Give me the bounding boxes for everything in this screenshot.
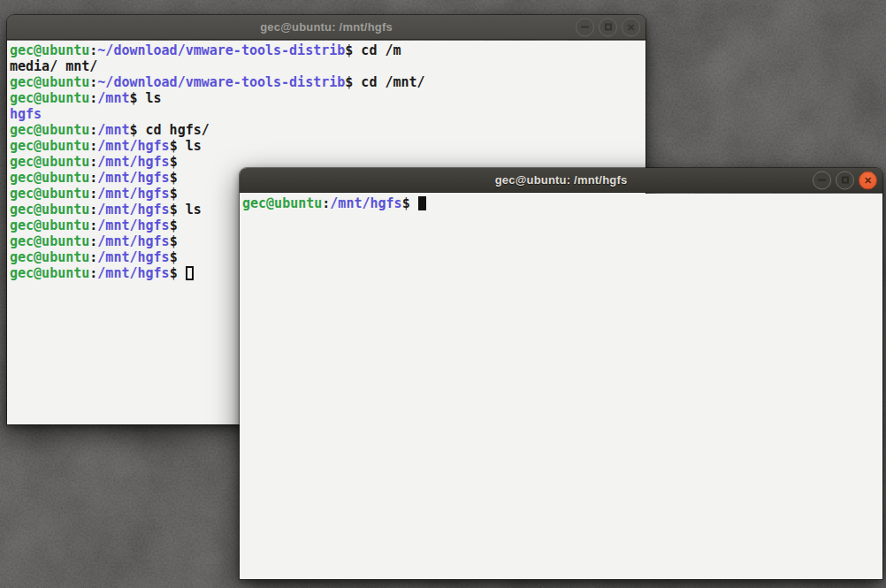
prompt-user: gec@ubuntu: [10, 42, 89, 58]
terminal-text: :: [89, 186, 97, 202]
maximize-button[interactable]: [836, 171, 854, 189]
minimize-icon: [818, 179, 826, 181]
terminal-text: $: [170, 154, 178, 170]
prompt-path: /mnt/hgfs: [97, 218, 169, 233]
terminal-text: $: [170, 170, 178, 186]
terminal-line: hgfs: [10, 106, 644, 122]
terminal-text: $: [170, 265, 186, 281]
prompt-user: gec@ubuntu: [10, 154, 89, 170]
maximize-icon: [842, 177, 849, 184]
terminal-text: $ ls: [129, 90, 161, 106]
terminal-cursor: [186, 266, 194, 280]
prompt-path: ~/download/vmware-tools-distrib: [97, 42, 345, 58]
terminal-window-front[interactable]: gec@ubuntu: /mnt/hgfs ✕ gec@ubuntu:/mnt/…: [240, 168, 882, 579]
prompt-path: /mnt/hgfs: [97, 138, 169, 154]
close-button[interactable]: ✕: [859, 171, 877, 189]
terminal-line: gec@ubuntu:~/download/vmware-tools-distr…: [10, 74, 644, 90]
prompt-path: hgfs: [10, 106, 42, 122]
terminal-text: :: [89, 74, 97, 90]
prompt-user: gec@ubuntu: [242, 195, 322, 211]
terminal-text: :: [89, 233, 97, 249]
terminal-text: :: [89, 202, 97, 218]
terminal-text: $ cd /mnt/: [345, 74, 424, 90]
maximize-icon: [605, 24, 612, 31]
terminal-text: :: [89, 218, 97, 233]
prompt-path: /mnt/hgfs: [97, 265, 169, 281]
terminal-text: $: [170, 186, 178, 202]
desktop: gec@ubuntu: /mnt/hgfs ✕ gec@ubuntu:~/dow…: [0, 0, 886, 588]
terminal-line: gec@ubuntu:/mnt/hgfs$: [242, 195, 881, 211]
prompt-user: gec@ubuntu: [10, 202, 89, 218]
titlebar[interactable]: gec@ubuntu: /mnt/hgfs ✕: [7, 15, 645, 40]
window-title: gec@ubuntu: /mnt/hgfs: [260, 20, 393, 34]
terminal-text: $ cd /m: [345, 42, 401, 58]
terminal-line: gec@ubuntu:/mnt$ cd hgfs/: [10, 122, 644, 138]
terminal-text: $: [402, 195, 418, 211]
terminal-text: :: [89, 154, 97, 170]
terminal-text: :: [89, 265, 97, 281]
terminal-text: $ cd hgfs/: [129, 122, 209, 138]
terminal-text: :: [89, 138, 97, 154]
terminal-text: :: [89, 249, 97, 265]
close-button[interactable]: ✕: [622, 18, 640, 36]
terminal-text: $: [170, 249, 178, 265]
prompt-user: gec@ubuntu: [10, 90, 89, 106]
terminal-text: :: [89, 90, 97, 106]
window-controls: ✕: [576, 18, 640, 36]
prompt-user: gec@ubuntu: [10, 265, 89, 281]
terminal-text: :: [322, 195, 330, 211]
prompt-user: gec@ubuntu: [10, 122, 89, 138]
terminal-cursor: [418, 196, 426, 210]
prompt-user: gec@ubuntu: [10, 186, 89, 202]
prompt-user: gec@ubuntu: [10, 249, 89, 265]
terminal-line: gec@ubuntu:/mnt$ ls: [10, 90, 644, 106]
close-icon: ✕: [627, 22, 635, 32]
prompt-path: /mnt/hgfs: [97, 202, 169, 218]
prompt-user: gec@ubuntu: [10, 233, 89, 249]
terminal-text: $ ls: [170, 138, 202, 154]
terminal-text: $: [170, 218, 178, 233]
prompt-path: /mnt: [97, 122, 129, 138]
terminal-text: media/ mnt/: [10, 58, 97, 74]
prompt-path: ~/download/vmware-tools-distrib: [97, 74, 345, 90]
terminal-line: gec@ubuntu:/mnt/hgfs$ ls: [10, 138, 644, 154]
minimize-button[interactable]: [813, 171, 831, 189]
prompt-path: /mnt/hgfs: [97, 233, 169, 249]
window-title: gec@ubuntu: /mnt/hgfs: [495, 173, 628, 187]
minimize-icon: [581, 27, 589, 28]
window-controls: ✕: [813, 171, 877, 189]
terminal-text: :: [89, 122, 97, 138]
terminal-line: media/ mnt/: [10, 58, 644, 74]
terminal-output[interactable]: gec@ubuntu:/mnt/hgfs$: [240, 194, 882, 579]
prompt-user: gec@ubuntu: [10, 74, 89, 90]
minimize-button[interactable]: [576, 18, 594, 36]
prompt-user: gec@ubuntu: [10, 138, 89, 154]
prompt-path: /mnt/hgfs: [97, 170, 169, 186]
prompt-user: gec@ubuntu: [10, 170, 89, 186]
prompt-path: /mnt/hgfs: [97, 154, 169, 170]
prompt-user: gec@ubuntu: [10, 218, 89, 233]
prompt-path: /mnt/hgfs: [97, 249, 169, 265]
terminal-text: :: [89, 170, 97, 186]
maximize-button[interactable]: [599, 18, 617, 36]
terminal-line: gec@ubuntu:~/download/vmware-tools-distr…: [10, 42, 644, 58]
terminal-text: $: [170, 233, 178, 249]
titlebar[interactable]: gec@ubuntu: /mnt/hgfs ✕: [240, 168, 882, 193]
terminal-text: $ ls: [170, 202, 202, 218]
prompt-path: /mnt: [97, 90, 129, 106]
close-icon: ✕: [864, 175, 872, 185]
prompt-path: /mnt/hgfs: [97, 186, 169, 202]
terminal-text: :: [89, 42, 97, 58]
prompt-path: /mnt/hgfs: [330, 195, 401, 211]
